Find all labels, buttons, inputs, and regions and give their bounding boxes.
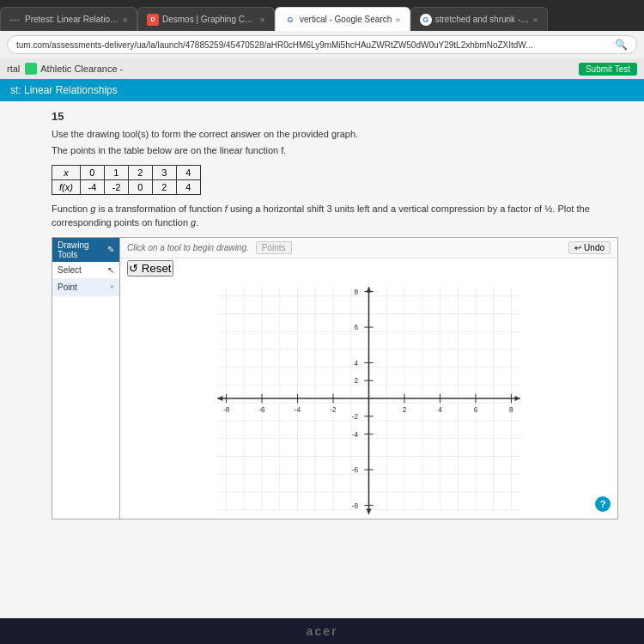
table-cell-x4: 4 (176, 165, 200, 179)
tab-google-vertical[interactable]: G vertical - Google Search × (275, 7, 410, 31)
table-cell-x3: 3 (152, 165, 176, 179)
tab-bar: — Pretest: Linear Relationships × D Desm… (0, 0, 644, 31)
table-cell-f2: 0 (128, 179, 152, 194)
tab3-favicon: G (284, 14, 296, 26)
point-tool-label: Point (58, 283, 77, 292)
svg-text:6: 6 (474, 404, 478, 413)
svg-text:8: 8 (354, 287, 358, 295)
reset-icon: ↺ (129, 262, 138, 275)
tab-pretest[interactable]: — Pretest: Linear Relationships × (0, 7, 137, 31)
svg-text:8: 8 (509, 404, 513, 413)
svg-text:-6: -6 (352, 465, 359, 474)
svg-marker-32 (217, 396, 222, 401)
svg-text:-4: -4 (352, 429, 359, 438)
svg-text:2: 2 (403, 404, 407, 413)
undo-label: Undo (584, 243, 605, 252)
tab3-title: vertical - Google Search (300, 15, 392, 24)
portal-label: rtal (7, 64, 20, 74)
table-cell-f4: 4 (176, 179, 200, 194)
tab1-close[interactable]: × (123, 15, 128, 25)
acer-logo: acer (307, 624, 338, 638)
graph-container: Click on a tool to begin drawing. Points… (120, 237, 618, 519)
transformation-text: Function g is a transformation of functi… (52, 202, 618, 230)
athletic-icon (25, 63, 37, 75)
tab2-title: Desmos | Graphing Calculas (162, 15, 257, 24)
svg-text:-2: -2 (330, 404, 337, 413)
table-header-x: x (52, 165, 81, 179)
tab3-close[interactable]: × (395, 15, 400, 25)
coordinate-graph[interactable]: -8 -6 -4 -2 2 4 (120, 278, 617, 519)
svg-text:-8: -8 (223, 404, 230, 413)
submit-test-button[interactable]: Submit Test (579, 63, 637, 76)
address-bar: tum.com/assessments-delivery/ua/la/launc… (0, 31, 644, 58)
table-cell-x0: 0 (80, 165, 104, 179)
drawing-tools-icon: ✎ (107, 245, 114, 254)
svg-text:6: 6 (354, 323, 358, 331)
graph-svg: -8 -6 -4 -2 2 4 (120, 278, 617, 519)
table-label-fx: f(x) (52, 179, 81, 194)
svg-text:-2: -2 (352, 412, 359, 421)
athletic-label: Athletic Clearance - (40, 64, 123, 74)
tab1-title: Pretest: Linear Relationships (25, 15, 119, 24)
undo-icon: ↩ (574, 243, 581, 252)
tab-google-stretched[interactable]: G stretched and shrunk - Goo × (410, 7, 548, 31)
tab-desmos[interactable]: D Desmos | Graphing Calculas × (137, 7, 275, 31)
url-input[interactable]: tum.com/assessments-delivery/ua/la/launc… (7, 35, 637, 54)
svg-text:4: 4 (438, 404, 442, 413)
drawing-tools-panel: Drawing Tools ✎ Select ↖ Point × (52, 237, 120, 519)
points-button[interactable]: Points (256, 241, 292, 254)
tab4-close[interactable]: × (532, 15, 538, 25)
point-tool-close[interactable]: × (110, 283, 114, 291)
undo-button[interactable]: ↩ Undo (568, 241, 611, 254)
tab2-close[interactable]: × (260, 15, 265, 25)
table-cell-x1: 1 (104, 165, 128, 179)
svg-text:-6: -6 (258, 404, 265, 413)
athletic-clearance[interactable]: Athletic Clearance - (25, 63, 123, 75)
select-tool[interactable]: Select ↖ (52, 262, 119, 279)
taskbar: acer (0, 618, 644, 644)
tab2-favicon: D (147, 14, 159, 26)
svg-text:4: 4 (354, 358, 358, 367)
tab4-favicon: G (420, 14, 432, 26)
svg-marker-31 (515, 396, 520, 401)
table-header-row: x 0 1 2 3 4 (52, 165, 201, 179)
instruction-2: The points in the table below are on the… (52, 144, 618, 157)
svg-text:-8: -8 (352, 501, 359, 509)
table-cell-x2: 2 (128, 165, 152, 179)
portal-bar: rtal Athletic Clearance - Submit Test (0, 58, 644, 79)
svg-marker-35 (366, 508, 371, 513)
table-cell-f3: 2 (152, 179, 176, 194)
table-cell-f1: -2 (104, 179, 128, 194)
svg-text:-4: -4 (295, 404, 301, 413)
reset-button[interactable]: ↺ Reset (127, 260, 173, 276)
test-title: st: Linear Relationships (10, 84, 118, 96)
main-content: 15 Use the drawing tool(s) to form the c… (0, 101, 644, 644)
drawing-tools-header: Drawing Tools ✎ (52, 238, 119, 262)
search-icon: 🔍 (615, 39, 628, 51)
question-number: 15 (52, 110, 618, 123)
reset-label: Reset (142, 262, 172, 275)
drawing-tools-label: Drawing Tools (58, 240, 107, 259)
graph-toolbar: Click on a tool to begin drawing. Points… (120, 238, 617, 258)
select-tool-label: Select (58, 265, 82, 275)
drawing-area: Drawing Tools ✎ Select ↖ Point × Click o… (52, 237, 618, 519)
click-hint: Click on a tool to begin drawing. (127, 243, 249, 252)
select-tool-icon: ↖ (107, 265, 114, 275)
test-header: st: Linear Relationships (0, 79, 644, 101)
help-button[interactable]: ? (595, 496, 611, 512)
table-cell-f0: -4 (80, 179, 104, 194)
browser-chrome: — Pretest: Linear Relationships × D Desm… (0, 0, 644, 101)
url-text: tum.com/assessments-delivery/ua/la/launc… (16, 40, 533, 50)
function-table: x 0 1 2 3 4 f(x) -4 -2 0 2 4 (52, 165, 201, 195)
table-value-row: f(x) -4 -2 0 2 4 (52, 179, 201, 194)
tab1-favicon: — (9, 14, 20, 26)
tab4-title: stretched and shrunk - Goo (435, 15, 530, 24)
svg-text:2: 2 (354, 376, 358, 385)
instruction-1: Use the drawing tool(s) to form the corr… (52, 128, 618, 141)
point-tool[interactable]: Point × (52, 279, 119, 296)
